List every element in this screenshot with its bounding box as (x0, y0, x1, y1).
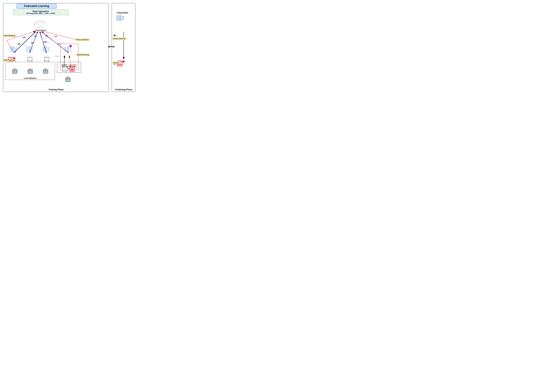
svg-line-117 (118, 20, 120, 21)
worker1-nn (10, 46, 17, 53)
local-workers-box: 🏥 🏥 🏥 Local Workers (5, 62, 55, 80)
dw2-label: ΔW₂ (31, 42, 34, 44)
svg-point-100 (70, 70, 75, 72)
privacy-arrow (112, 33, 126, 38)
eavesdropping-label: Eavesdropping (3, 34, 16, 37)
svg-line-40 (14, 47, 15, 48)
svg-line-43 (14, 50, 15, 52)
svg-point-110 (122, 16, 124, 18)
svg-line-57 (30, 50, 31, 50)
model-agg-title: Model Aggregation (14, 10, 67, 12)
svg-line-71 (47, 50, 48, 50)
svg-line-38 (12, 50, 13, 51)
evasion-label: Evasion (112, 62, 120, 64)
double-arrow: ⇒ (109, 44, 112, 49)
svg-point-78 (67, 51, 69, 52)
hospital1-icon: 🏥 (12, 68, 18, 74)
dwn1-label: ΔWₙ₋₁ (43, 41, 48, 43)
svg-line-114 (118, 17, 120, 18)
svg-point-27 (13, 48, 14, 49)
svg-point-64 (45, 51, 47, 52)
svg-line-113 (118, 16, 120, 17)
svg-point-31 (15, 49, 17, 51)
predicting-phase-label: Predicting Phase (112, 88, 136, 91)
svg-point-30 (15, 48, 17, 49)
svg-line-67 (44, 47, 45, 48)
svg-line-41 (14, 48, 15, 49)
svg-point-45 (26, 49, 28, 50)
global-model-nn (116, 15, 124, 23)
svg-point-104 (117, 17, 118, 19)
dw-label1: ΔW (23, 36, 25, 38)
svg-point-111 (122, 18, 124, 20)
svg-rect-22 (35, 25, 47, 27)
worker3-nn (42, 46, 50, 53)
dw1-label: ΔW₁ (17, 43, 21, 45)
model-aggregation-box: Model Aggregation ΔW=Aggr(ΔW₁+ΔW₂+...+ΔW… (13, 9, 69, 15)
privacy-inference-predicting-label: Privacy Inference (112, 37, 127, 40)
model-agg-formula: ΔW=Aggr(ΔW₁+ΔW₂+...+ΔWₙ₋₁+ΔWₙ) (14, 12, 67, 14)
devil-predicting: 😈 (122, 60, 125, 63)
hospital2-icon: 🏥 (27, 68, 33, 74)
cylinder3 (44, 56, 50, 63)
svg-line-32 (12, 47, 13, 48)
svg-point-50 (29, 51, 30, 52)
privacy-inference-training-label: Privacy Inference (75, 38, 90, 41)
svg-point-52 (31, 49, 33, 51)
svg-point-79 (70, 48, 71, 49)
svg-line-81 (66, 47, 67, 48)
svg-point-51 (31, 48, 33, 49)
svg-line-115 (118, 18, 120, 19)
svg-point-26 (13, 46, 14, 48)
svg-point-48 (29, 48, 30, 49)
svg-line-121 (121, 19, 122, 21)
svg-point-103 (117, 15, 118, 17)
svg-line-68 (44, 49, 45, 49)
dw-label2: ΔW (34, 35, 37, 37)
svg-point-44 (26, 47, 28, 48)
model-poisoning-label: Model Poisoning (76, 54, 90, 56)
svg-line-118 (121, 15, 122, 17)
svg-point-75 (67, 46, 69, 48)
svg-point-108 (120, 18, 121, 20)
svg-point-59 (43, 49, 44, 50)
data-poisoning-label: Data Poisoning (3, 59, 16, 61)
svg-point-61 (45, 46, 47, 48)
central-server-group: Central Server (31, 19, 50, 31)
svg-line-69 (44, 50, 45, 51)
training-phase-label: Training Phase (3, 88, 109, 91)
svg-line-112 (118, 15, 120, 16)
svg-line-85 (69, 50, 70, 50)
devil-workern: 😈 (69, 45, 72, 48)
cylinder-untrusted (69, 66, 75, 73)
svg-point-29 (13, 51, 14, 52)
svg-point-58 (43, 47, 44, 48)
dw-label-red: ΔW (54, 35, 57, 37)
svg-point-109 (120, 20, 121, 21)
svg-line-35 (12, 49, 13, 49)
svg-line-53 (28, 47, 29, 48)
svg-point-91 (28, 60, 32, 62)
svg-point-25 (10, 50, 12, 52)
dwn-label: ΔWₙ (57, 43, 61, 45)
svg-line-54 (28, 49, 29, 49)
svg-point-106 (120, 15, 121, 16)
federated-learning-title: Federated Learning (17, 4, 56, 9)
svg-point-124 (117, 64, 122, 66)
svg-point-28 (13, 49, 14, 50)
cylinder-trusted (62, 66, 68, 73)
trusted-label: Trusted (62, 64, 67, 66)
svg-point-63 (45, 49, 47, 50)
global-model-label: Global Model (113, 12, 132, 14)
worker2-nn (26, 46, 33, 53)
cylinder2 (27, 56, 33, 63)
svg-line-42 (14, 50, 15, 50)
svg-point-94 (44, 60, 49, 62)
untrusted-label: Untrusted (69, 64, 76, 66)
svg-point-77 (67, 49, 69, 50)
dw-label3: ΔW (45, 35, 48, 37)
svg-point-46 (26, 50, 28, 52)
dots: ...... (55, 54, 59, 57)
svg-line-83 (66, 50, 67, 51)
svg-point-65 (48, 48, 49, 49)
